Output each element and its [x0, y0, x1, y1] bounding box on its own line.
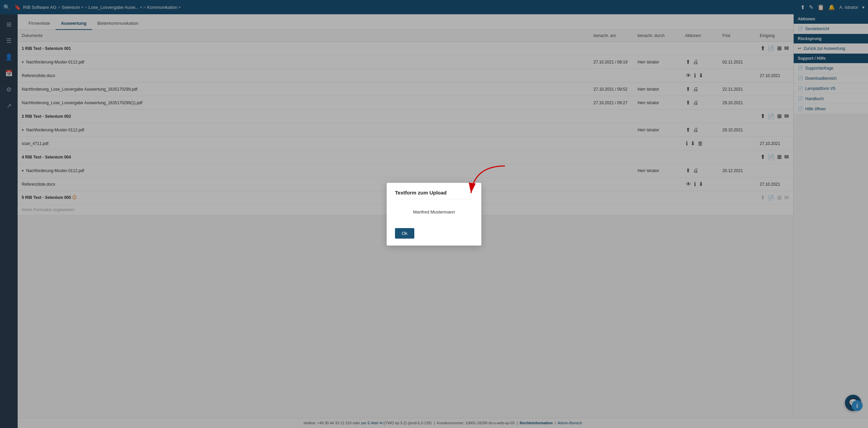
modal-overlay: Textform zum Upload Manfred Mustermann O… — [0, 0, 868, 428]
modal-title: Textform zum Upload — [395, 190, 473, 199]
modal-ok-button[interactable]: Ok — [395, 228, 414, 239]
modal-content: Manfred Mustermann — [395, 206, 473, 221]
textform-modal: Textform zum Upload Manfred Mustermann O… — [386, 183, 482, 246]
modal-footer: Ok — [395, 228, 473, 239]
